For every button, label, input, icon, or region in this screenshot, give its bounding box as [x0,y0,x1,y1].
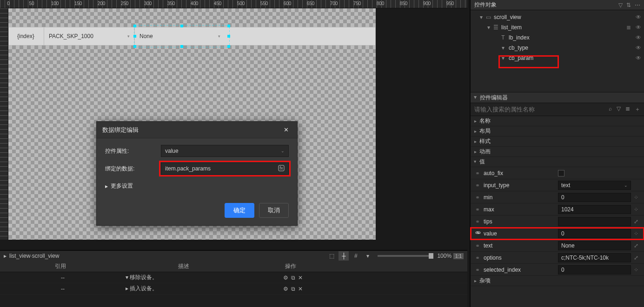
bind-icon[interactable]: ⁘ [631,194,641,201]
link-icon[interactable]: ⚭ [475,242,484,249]
combo-icon: ▾ [499,45,507,51]
more-icon[interactable]: ⋯ [635,2,640,8]
section-misc[interactable]: ▸杂项 [471,276,644,286]
bind-icon[interactable]: ⁘ [631,267,641,273]
copy-icon[interactable]: ⧉ [291,274,295,281]
zoom-value[interactable]: 100% [437,253,451,259]
prop-max: ⚭ max 1024 ⁘ [471,203,644,216]
tree-node-cb-param[interactable]: ▾ cb_param 👁 [471,53,644,63]
editor-panel-header[interactable]: ▸ 控件编辑器 [471,92,644,103]
gear-icon[interactable]: ⚙ [283,286,288,292]
eye-icon[interactable]: 👁 [636,55,641,61]
list-icon[interactable]: ≣ [626,24,631,31]
collapse-icon[interactable]: ▾ [478,14,485,20]
prop-input-type: ⚭ input_type text⌄ [471,179,644,191]
chevron-down-icon[interactable]: ▾ [363,251,373,261]
section-value[interactable]: ▸值 [471,157,644,167]
translate-icon[interactable]: ⤢ [631,255,641,261]
side-panel: 控件对象 ▽ ⇅ ⋯ ▾ ▭ scroll_view 👁 ▾ ☰ list_it… [470,0,644,307]
link-icon[interactable]: ⚭ [475,182,484,189]
list-icon: ☰ [492,24,499,31]
search-icon[interactable]: ⌕ [609,105,612,113]
cb-type-cell[interactable]: PACK_SKP_1000 ▾ [44,27,134,45]
input-type-select[interactable]: text⌄ [558,181,631,190]
tree-node-cb-type[interactable]: ▾ cb_type 👁 [471,43,644,53]
more-settings-toggle[interactable]: ▸ 更多设置 [105,180,289,194]
breadcrumb[interactable]: list_view·scroll_view [9,253,59,259]
bound-data-input[interactable]: item.pack_params fx [161,163,289,175]
chevron-right-icon: ▸ [4,253,7,259]
bind-icon[interactable]: ⁘ [631,230,641,237]
eye-icon[interactable]: 👁 [636,14,641,20]
link-icon[interactable] [475,230,484,237]
max-input[interactable]: 1024 [558,205,631,214]
prop-label: 控件属性: [105,147,161,155]
copy-icon[interactable]: ⧉ [291,286,295,292]
grid-tool-icon[interactable]: # [351,251,361,261]
lb-index-cell[interactable]: {index} [9,33,44,39]
link-icon[interactable]: ⚭ [475,206,484,213]
ok-button[interactable]: 确定 [225,203,254,218]
cancel-button[interactable]: 取消 [259,203,289,218]
close-icon[interactable]: ✕ [281,125,292,134]
tree-node-list-item[interactable]: ▾ ☰ list_item ≣👁 [471,22,644,33]
chevron-down-icon: ▸ [472,96,479,99]
min-input[interactable]: 0 [558,193,631,202]
text-icon: T [499,34,507,41]
expression-icon[interactable]: fx [278,165,285,173]
link-icon[interactable]: ⚭ [475,194,484,201]
sort-icon[interactable]: ⇅ [626,2,631,8]
widget-property-select[interactable]: value ⌄ [161,145,289,157]
tips-input[interactable] [558,217,631,226]
bind-icon[interactable]: ⁘ [631,206,641,213]
cb-param-cell[interactable]: None ▾ [134,27,225,45]
collapse-icon[interactable]: ▾ [485,24,492,31]
select-tool-icon[interactable]: ⬚ [326,251,337,261]
filter-icon[interactable]: ▽ [617,105,621,113]
log-row: -- ▸ 插入设备。 ⚙ ⧉ ✕ [0,283,467,294]
section-anim[interactable]: ▸动画 [471,147,644,157]
dialog-title: 数据绑定编辑 [102,126,139,134]
expand-icon[interactable]: ▸ [126,285,128,292]
chevron-right-icon: ▸ [105,183,108,189]
log-col-ref: 引用 [0,262,121,270]
ruler-vertical [0,8,8,240]
section-style[interactable]: ▸样式 [471,137,644,147]
eye-icon[interactable]: 👁 [636,45,641,51]
log-row: -- ▾ 移除设备。 ⚙ ⧉ ✕ [0,272,467,283]
prop-selected-index: ⚭ selected_index 0 ⁘ [471,264,644,276]
auto-fix-checkbox[interactable] [558,170,564,176]
zoom-slider[interactable] [378,255,433,257]
prop-auto-fix: ⚭ auto_fix [471,167,644,179]
gear-icon[interactable]: ⚙ [283,274,288,281]
value-input[interactable]: 0 [558,229,631,238]
list-icon[interactable]: ≣ [625,105,630,113]
add-icon[interactable]: ＋ [635,105,640,113]
selected-index-input[interactable]: 0 [558,265,631,274]
combo-icon: ▾ [499,55,507,61]
tree-node-scroll-view[interactable]: ▾ ▭ scroll_view 👁 [471,12,644,22]
eye-icon[interactable]: 👁 [636,24,641,31]
tree-node-lb-index[interactable]: T lb_index 👁 [471,33,644,43]
translate-icon[interactable]: ⤢ [631,242,641,249]
delete-icon[interactable]: ✕ [298,274,303,281]
prop-tips: ⚭ tips ⤢ [471,216,644,228]
link-icon[interactable]: ⚭ [475,255,484,261]
delete-icon[interactable]: ✕ [298,286,303,292]
text-input[interactable]: None [558,241,631,250]
filter-icon[interactable]: ▽ [618,2,623,8]
list-item-preview[interactable]: {index} PACK_SKP_1000 ▾ None ▾ [8,27,376,46]
section-name[interactable]: ▸名称 [471,116,644,126]
translate-icon[interactable]: ⤢ [631,218,641,225]
section-layout[interactable]: ▸布局 [471,126,644,137]
zoom-ratio[interactable]: 1:1 [453,253,464,259]
align-tool-icon[interactable]: ┼ [339,251,349,261]
expand-icon[interactable]: ▾ [126,274,128,281]
prop-value: value 0 ⁘ [471,228,644,240]
link-icon[interactable]: ⚭ [475,218,484,225]
eye-icon[interactable]: 👁 [636,34,641,41]
property-search-input[interactable] [474,106,609,113]
options-input[interactable]: c;NTC-5k;NTC-10k [558,253,631,262]
link-icon[interactable]: ⚭ [475,267,484,273]
link-icon[interactable]: ⚭ [475,170,484,176]
